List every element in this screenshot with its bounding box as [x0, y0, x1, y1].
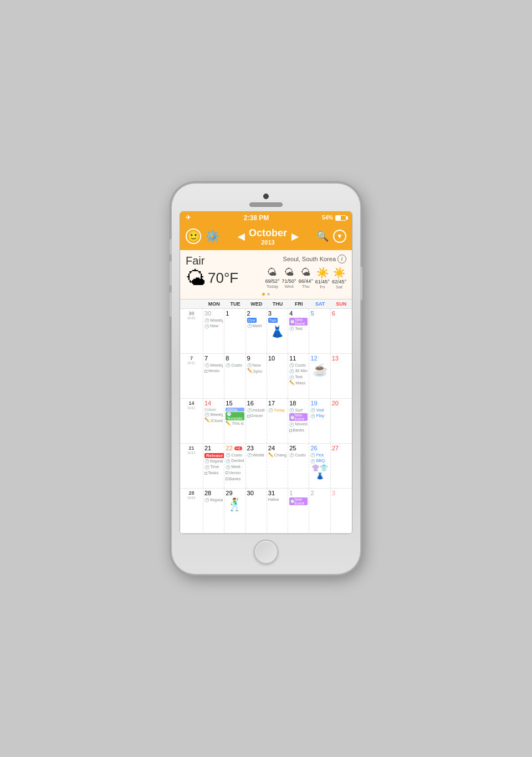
home-button[interactable]: [254, 540, 278, 564]
cal-cell-oct7[interactable]: 7 🕐Weekly Versio: [203, 354, 224, 398]
cal-cell-oct5[interactable]: 5: [309, 309, 330, 353]
event-custo-oct11: 🕐Custo: [289, 363, 308, 368]
week-label-4: 21 W43: [180, 444, 203, 488]
event-grocer-oct16: Grocer: [247, 413, 265, 419]
cal-cell-oct14[interactable]: 14 Colum 🕐Weekly ✏️ICloud: [203, 399, 224, 443]
cal-cell-oct4[interactable]: 4 🕐New Event 🕐Test: [288, 309, 309, 353]
cal-cell-oct28[interactable]: 28 🕐Repeat: [203, 489, 224, 533]
camera: [263, 194, 269, 199]
starbucks-icon: ☕: [310, 363, 329, 377]
event-30min-oct11: 🕐30 Min: [289, 368, 308, 374]
weather-dots: [186, 293, 346, 296]
cal-cell-oct13[interactable]: 13: [331, 354, 352, 398]
status-bar: ✈ 2:38 PM 54%: [180, 212, 352, 224]
cal-cell-oct15[interactable]: 15 Allday 🕐Template ✏️This is: [224, 399, 245, 443]
calendar-header: MON TUE WED THU FRI SAT SUN: [180, 299, 352, 309]
cal-cell-oct16[interactable]: 16 🕐Includi Grocer: [246, 399, 267, 443]
info-button[interactable]: i: [337, 255, 346, 263]
event-custo-oct22: 🕐Custo: [226, 453, 244, 458]
weather-day-2: 🌤 66/44° Thu: [299, 267, 313, 289]
cal-cell-oct2[interactable]: 2 One 🕐Meet: [246, 309, 267, 353]
cal-cell-oct12[interactable]: 12 ☕: [309, 354, 330, 398]
search-icon[interactable]: 🔍: [316, 230, 329, 242]
weather-condition: Fair: [186, 255, 238, 267]
event-test-oct4: 🕐Test: [289, 326, 308, 332]
event-meet: 🕐Meet: [247, 323, 265, 329]
weather-location: Seoul, South Korea i: [265, 255, 346, 263]
cal-cell-oct22[interactable]: 22 +4 🕐Custo 🕐Dentist 🕐Meet Versio Banks: [224, 444, 245, 488]
cal-cell-oct25[interactable]: 25 🕐Custo: [288, 444, 309, 488]
cal-cell-oct8[interactable]: 8 🕐Custo: [224, 354, 245, 398]
cal-cell-nov1[interactable]: 1 🕐New Event: [288, 489, 309, 533]
cal-cell-oct30[interactable]: 30: [246, 489, 267, 533]
cal-cell-oct20[interactable]: 20: [331, 399, 352, 443]
volume-up-button[interactable]: [170, 261, 172, 286]
cal-cell-oct24[interactable]: 24 ✏️Chang: [267, 444, 288, 488]
event-weddi-oct23: 🕐Weddi: [247, 453, 265, 458]
event-weekly-oct14: 🕐Weekly: [204, 412, 223, 418]
cal-cell-oct23[interactable]: 23 🕐Weddi: [246, 444, 267, 488]
face-icon[interactable]: 🙂: [186, 228, 201, 244]
event-pick-oct26: 🕐Pick: [310, 453, 329, 458]
event-mass-oct11: ✏️Mass: [289, 380, 308, 386]
event-chang-oct24: ✏️Chang: [268, 453, 287, 458]
calendar-row-week3: 14 W42 14 Colum 🕐Weekly ✏️ICloud 15 Alld…: [180, 399, 352, 444]
cal-cell-oct29[interactable]: 29 🕺: [224, 489, 245, 533]
airplane-icon: ✈: [186, 214, 191, 221]
calendar-section: MON TUE WED THU FRI SAT SUN 30 W40 30 🕐W…: [180, 299, 352, 534]
nav-center: ◀ October 2013 ▶: [238, 227, 298, 246]
event-custo-oct8: 🕐Custo: [226, 363, 244, 368]
next-month-button[interactable]: ▶: [291, 231, 298, 242]
cal-cell-oct1[interactable]: 1: [224, 309, 245, 353]
week-label-2: 7 W41: [180, 354, 203, 398]
header-sat: SAT: [309, 299, 330, 308]
cal-cell-oct10[interactable]: 10: [267, 354, 288, 398]
cal-cell-nov3[interactable]: 3: [331, 489, 352, 533]
week-label-3: 14 W42: [180, 399, 203, 443]
event-one: One: [247, 318, 265, 323]
event-new-oct9: 🕐New: [247, 363, 265, 368]
cal-cell-oct6[interactable]: 6: [331, 309, 352, 353]
header-thu: THU: [267, 299, 288, 308]
status-time: 2:38 PM: [191, 214, 322, 222]
status-right: 54%: [322, 215, 346, 221]
cal-cell-oct31[interactable]: 31 Hallow: [267, 489, 288, 533]
cal-cell-oct19[interactable]: 19 🕐Visit 🕐Play: [309, 399, 330, 443]
calendar-row-week1: 30 W40 30 🕐Weekly 🕐New 1 2 One 🕐Meet: [180, 309, 352, 354]
current-month: October: [249, 227, 287, 239]
cal-cell-oct18[interactable]: 18 🕐Surf 🕐New Event 🕐Moved Banks: [288, 399, 309, 443]
cal-cell-oct27[interactable]: 27: [331, 444, 352, 488]
cal-cell-oct17[interactable]: 17 🕐Today: [267, 399, 288, 443]
week-label-1: 30 W40: [180, 309, 203, 353]
cal-cell-sep30[interactable]: 30 🕐Weekly 🕐New: [203, 309, 224, 353]
cal-cell-nov2[interactable]: 2: [309, 489, 330, 533]
volume-down-button[interactable]: [170, 292, 172, 317]
settings-icon[interactable]: ⚙️: [206, 230, 219, 243]
dropdown-icon[interactable]: ▼: [333, 230, 346, 243]
event-repeat-oct28: 🕐Repeat: [204, 497, 223, 503]
cal-cell-oct3[interactable]: 3 Two 👗: [267, 309, 288, 353]
event-newevent-oct18: 🕐New Event: [289, 413, 308, 421]
event-new-event-oct4: 🕐New Event: [289, 318, 308, 326]
event-weekly-oct7: 🕐Weekly: [204, 363, 223, 368]
event-visit-oct19: 🕐Visit: [310, 408, 329, 413]
prev-month-button[interactable]: ◀: [238, 231, 244, 242]
cal-cell-oct11[interactable]: 11 🕐Custo 🕐30 Min 🕐Test ✏️Mass: [288, 354, 309, 398]
cal-cell-oct26[interactable]: 26 🕐Pick 🕐BBQ 👚👕👗: [309, 444, 330, 488]
clothes-icon: 👚👕👗: [310, 464, 329, 480]
status-left: ✈: [186, 214, 191, 221]
weather-temp-main: 70°F: [208, 270, 238, 287]
power-button[interactable]: [360, 267, 362, 300]
header-sun: SUN: [331, 299, 352, 308]
event-thisis-oct15: ✏️This is: [226, 421, 244, 426]
event-tasks-oct21: Tasks: [204, 470, 223, 476]
event-two: Two: [268, 318, 287, 323]
cal-cell-oct9[interactable]: 9 🕐New ✏️Sync: [246, 354, 267, 398]
event-banks-oct18: Banks: [289, 428, 308, 433]
header-mon: MON: [203, 299, 224, 308]
event-weekly-sep30: 🕐Weekly: [204, 318, 223, 323]
cal-cell-oct21[interactable]: 21 Release 🕐Repeat 🕐Time Tasks: [203, 444, 224, 488]
badge-oct22: +4: [234, 446, 242, 450]
weather-icon-main: 🌤: [186, 268, 206, 288]
mute-button[interactable]: [170, 239, 172, 255]
